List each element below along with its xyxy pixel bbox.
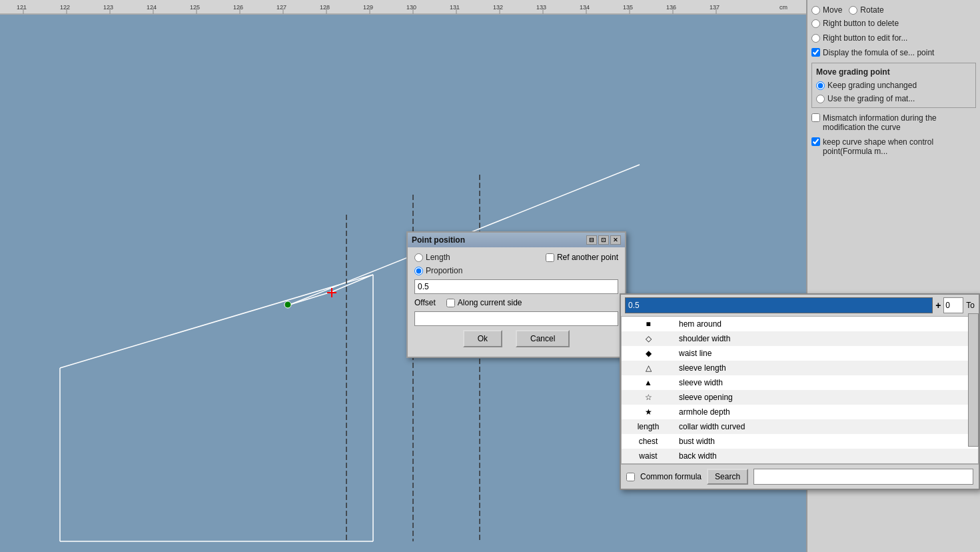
formula-scroll-area: ■hem around◇shoulder width◆waist line△sl… xyxy=(621,316,979,464)
value-input[interactable] xyxy=(414,279,618,294)
svg-text:126: 126 xyxy=(233,4,243,11)
right-btn-edit-label[interactable]: Right button to edit for... xyxy=(811,33,976,43)
svg-text:134: 134 xyxy=(580,4,590,11)
length-radio[interactable] xyxy=(414,253,423,262)
ref-another-point-checkbox[interactable] xyxy=(546,253,554,262)
rotate-radio[interactable] xyxy=(849,6,857,15)
formula-item-icon: ◆ xyxy=(622,346,675,361)
formula-item-icon: waist xyxy=(622,449,675,463)
formula-item-text: sleeve width xyxy=(675,375,978,390)
formula-item-text: waist line xyxy=(675,346,978,361)
formula-item-icon: length xyxy=(622,419,675,434)
value-row xyxy=(414,279,618,294)
formula-table-row[interactable]: chestbust width xyxy=(622,434,978,449)
proportion-label: Proportion xyxy=(426,266,462,275)
move-radio[interactable] xyxy=(811,6,820,15)
svg-text:133: 133 xyxy=(536,4,546,11)
svg-text:123: 123 xyxy=(103,4,113,11)
formula-item-text: shoulder width xyxy=(675,331,978,346)
point-position-title: Point position xyxy=(412,235,465,245)
plus-sign: + xyxy=(935,300,941,311)
svg-text:128: 128 xyxy=(320,4,330,11)
to-label: To xyxy=(966,301,975,310)
svg-text:129: 129 xyxy=(363,4,373,11)
mismatch-section: Mismatch information during the modifica… xyxy=(811,113,976,132)
right-btn-delete-label[interactable]: Right button to delete xyxy=(811,19,976,28)
formula-scrollbar[interactable] xyxy=(968,313,979,447)
keep-grading-label[interactable]: Keep grading unchanged xyxy=(816,81,971,90)
along-current-side-checkbox[interactable] xyxy=(446,299,455,307)
svg-text:121: 121 xyxy=(17,4,27,11)
point-position-dialog: Point position ⊟ ⊡ ✕ Length Ref another … xyxy=(406,231,626,358)
formula-item-icon: ★ xyxy=(622,405,675,419)
formula-table-row[interactable]: △sleeve length xyxy=(622,361,978,375)
formula-table-row[interactable]: waistback width xyxy=(622,449,978,463)
formula-item-icon: △ xyxy=(622,361,675,375)
length-radio-label[interactable]: Length xyxy=(414,253,450,262)
formula-item-icon: ▲ xyxy=(622,375,675,390)
point-position-titlebar: Point position ⊟ ⊡ ✕ xyxy=(408,233,625,247)
svg-text:131: 131 xyxy=(450,4,460,11)
keep-grading-radio[interactable] xyxy=(816,81,825,90)
along-current-side-label[interactable]: Along current side xyxy=(446,298,522,307)
ok-button[interactable]: Ok xyxy=(463,330,502,347)
rotate-label: Rotate xyxy=(860,5,883,15)
length-proportion-row: Length Ref another point xyxy=(414,253,618,262)
svg-text:127: 127 xyxy=(276,4,286,11)
cancel-button[interactable]: Cancel xyxy=(516,330,570,347)
search-input[interactable] xyxy=(753,469,973,485)
proportion-radio[interactable] xyxy=(414,267,423,275)
formula-item-text: sleeve opening xyxy=(675,390,978,405)
formula-item-text: sleeve length xyxy=(675,361,978,375)
ruler-svg: 121 122 123 124 125 126 127 128 129 130 … xyxy=(0,0,806,15)
search-button[interactable]: Search xyxy=(707,469,748,485)
formula-item-text: collar width curved xyxy=(675,419,978,434)
common-formula-checkbox[interactable] xyxy=(626,473,635,481)
formula-table-row[interactable]: ▲sleeve width xyxy=(622,375,978,390)
proportion-radio-label[interactable]: Proportion xyxy=(414,266,462,275)
formula-table-row[interactable]: ◆waist line xyxy=(622,346,978,361)
formula-table-row[interactable]: ◇shoulder width xyxy=(622,331,978,346)
display-formula-checkbox[interactable] xyxy=(811,48,820,57)
formula-item-icon: chest xyxy=(622,434,675,449)
formula-input[interactable] xyxy=(625,297,933,313)
mismatch-label[interactable]: Mismatch information during the modifica… xyxy=(811,113,976,132)
close-icon[interactable]: ✕ xyxy=(610,235,621,245)
rotate-radio-label[interactable]: Rotate xyxy=(849,5,883,15)
svg-text:125: 125 xyxy=(190,4,200,11)
offset-value-input[interactable] xyxy=(414,311,618,326)
move-grading-group: Move grading point Keep grading unchange… xyxy=(811,63,976,108)
svg-point-46 xyxy=(284,301,291,308)
svg-text:cm: cm xyxy=(779,4,787,11)
use-grading-label[interactable]: Use the grading of mat... xyxy=(816,94,971,103)
formula-input-row: + To xyxy=(621,295,979,316)
svg-text:137: 137 xyxy=(710,4,720,11)
svg-text:130: 130 xyxy=(406,4,416,11)
formula-bottom-bar: Common formula Search xyxy=(621,464,979,489)
right-btn-edit-radio[interactable] xyxy=(811,34,820,43)
use-grading-radio[interactable] xyxy=(816,95,825,103)
svg-text:136: 136 xyxy=(666,4,676,11)
right-btn-delete-radio[interactable] xyxy=(811,19,820,28)
titlebar-icon-1[interactable]: ⊟ xyxy=(586,235,597,245)
formula-item-icon: ☆ xyxy=(622,390,675,405)
formula-item-icon: ■ xyxy=(622,317,675,331)
ref-another-point-label[interactable]: Ref another point xyxy=(546,253,618,262)
keep-curve-checkbox[interactable] xyxy=(811,137,820,146)
move-label: Move xyxy=(823,5,842,15)
keep-curve-label[interactable]: keep curve shape when control point(Form… xyxy=(811,137,976,156)
offset-value-row xyxy=(414,311,618,326)
mismatch-checkbox[interactable] xyxy=(811,113,820,122)
formula-num-input[interactable] xyxy=(943,297,963,313)
point-position-body: Length Ref another point Proportion Offs… xyxy=(408,247,625,357)
right-btn-delete-section: Right button to delete xyxy=(811,19,976,28)
offset-row: Offset Along current side xyxy=(414,298,618,307)
common-formula-label: Common formula xyxy=(640,472,702,481)
move-radio-label[interactable]: Move xyxy=(811,5,842,15)
display-formula-label[interactable]: Display the fomula of se... point xyxy=(811,48,976,57)
formula-table-row[interactable]: ★armhole depth xyxy=(622,405,978,419)
titlebar-icon-2[interactable]: ⊡ xyxy=(598,235,609,245)
formula-table-row[interactable]: ■hem around xyxy=(622,317,978,331)
formula-table-row[interactable]: lengthcollar width curved xyxy=(622,419,978,434)
formula-table-row[interactable]: ☆sleeve opening xyxy=(622,390,978,405)
